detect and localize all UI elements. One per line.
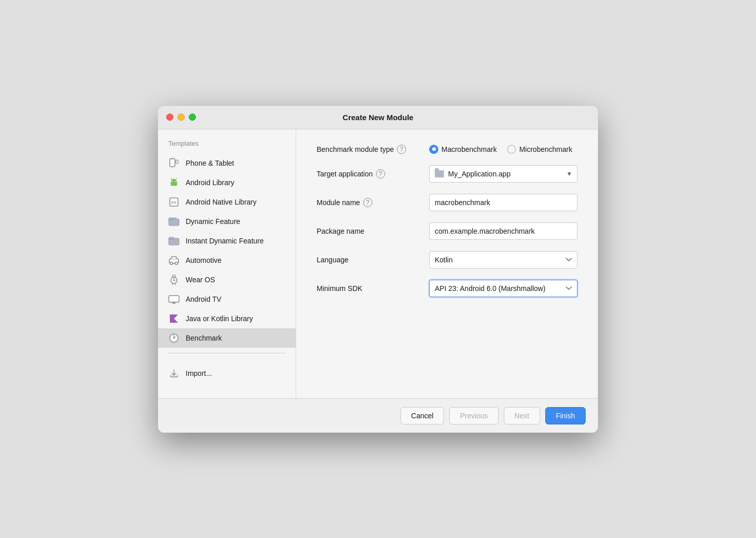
min-sdk-select[interactable]: API 21: Android 5.0 (Lollipop) API 22: A…	[429, 280, 577, 297]
macrobenchmark-radio-option[interactable]: Macrobenchmark	[429, 145, 497, 154]
instant-dynamic-feature-label: Instant Dynamic Feature	[186, 237, 264, 245]
android-library-label: Android Library	[186, 178, 234, 187]
wear-os-icon	[168, 274, 180, 285]
svg-rect-2	[176, 160, 178, 164]
package-name-input[interactable]	[429, 222, 577, 240]
svg-rect-14	[169, 237, 174, 239]
language-select[interactable]: Kotlin Java	[429, 251, 577, 268]
svg-rect-21	[172, 283, 175, 285]
macrobenchmark-radio-label: Macrobenchmark	[441, 145, 497, 153]
svg-rect-20	[172, 275, 175, 277]
benchmark-label: Benchmark	[186, 334, 222, 342]
svg-rect-4	[171, 182, 177, 186]
package-name-label: Package name	[317, 227, 419, 235]
automotive-icon	[168, 255, 180, 266]
sidebar-item-instant-dynamic-feature[interactable]: Instant Dynamic Feature	[158, 231, 296, 251]
dynamic-feature-label: Dynamic Feature	[186, 217, 240, 226]
import-label: Import...	[186, 369, 212, 377]
dialog-body: Templates Phone & Tablet	[158, 129, 598, 398]
benchmark-icon	[168, 332, 180, 344]
svg-marker-29	[170, 315, 178, 323]
sidebar-divider	[168, 353, 285, 353]
package-name-row: Package name	[317, 222, 577, 240]
android-library-icon	[168, 177, 180, 188]
close-window-button[interactable]	[166, 114, 173, 121]
android-native-library-icon: ≡≡	[168, 196, 180, 208]
sidebar-item-android-native-library[interactable]: ≡≡ Android Native Library	[158, 192, 296, 212]
target-application-value: My_Application.app	[448, 170, 510, 178]
sidebar-item-benchmark[interactable]: Benchmark	[158, 328, 296, 348]
benchmark-module-type-label: Benchmark module type ?	[317, 145, 419, 154]
kotlin-library-label: Java or Kotlin Library	[186, 315, 253, 323]
sidebar-item-android-tv[interactable]: Android TV	[158, 289, 296, 309]
microbenchmark-radio-label: Microbenchmark	[519, 145, 572, 153]
svg-rect-1	[172, 159, 173, 160]
android-native-library-label: Android Native Library	[186, 198, 257, 206]
android-tv-icon	[168, 294, 180, 305]
form-content: Benchmark module type ? Macrobenchmark M…	[296, 129, 598, 398]
phone-tablet-icon	[168, 158, 180, 169]
dialog-title: Create New Module	[343, 113, 413, 122]
sidebar-bottom: Import...	[158, 358, 296, 388]
benchmark-module-type-help[interactable]: ?	[397, 145, 406, 154]
dialog-footer: Cancel Previous Next Finish	[158, 398, 598, 433]
microbenchmark-radio-circle	[507, 145, 516, 154]
finish-button[interactable]: Finish	[545, 407, 586, 424]
module-name-help[interactable]: ?	[363, 198, 372, 207]
wear-os-label: Wear OS	[186, 276, 215, 284]
create-new-module-dialog: Create New Module Templates Phone & Tabl…	[158, 106, 598, 433]
svg-text:≡≡: ≡≡	[171, 200, 176, 205]
sidebar-item-java-kotlin-library[interactable]: Java or Kotlin Library	[158, 309, 296, 328]
target-application-label: Target application ?	[317, 169, 419, 178]
instant-dynamic-feature-icon	[168, 235, 180, 246]
sidebar-item-android-library[interactable]: Android Library	[158, 173, 296, 192]
svg-point-17	[170, 262, 173, 264]
sidebar-items-list: Phone & Tablet Android Library	[158, 153, 296, 348]
import-icon	[168, 368, 180, 379]
sidebar-item-wear-os[interactable]: Wear OS	[158, 270, 296, 289]
benchmark-type-radio-group: Macrobenchmark Microbenchmark	[429, 145, 572, 154]
window-controls	[166, 114, 196, 121]
svg-line-6	[176, 178, 177, 179]
min-sdk-label: Minimum SDK	[317, 284, 419, 293]
min-sdk-row: Minimum SDK API 21: Android 5.0 (Lollipo…	[317, 280, 577, 297]
svg-line-5	[171, 178, 172, 179]
sidebar-item-dynamic-feature[interactable]: Dynamic Feature	[158, 212, 296, 231]
automotive-label: Automotive	[186, 256, 221, 264]
microbenchmark-radio-option[interactable]: Microbenchmark	[507, 145, 572, 154]
minimize-window-button[interactable]	[177, 114, 185, 121]
target-application-help[interactable]: ?	[376, 169, 385, 178]
target-app-folder-icon	[435, 170, 444, 177]
phone-tablet-label: Phone & Tablet	[186, 159, 234, 167]
svg-point-8	[175, 181, 176, 182]
sidebar: Templates Phone & Tablet	[158, 129, 296, 398]
kotlin-library-icon	[168, 313, 180, 324]
svg-point-31	[173, 337, 175, 339]
maximize-window-button[interactable]	[189, 114, 196, 121]
target-application-select[interactable]: My_Application.app	[429, 165, 577, 183]
target-application-row: Target application ? My_Application.app …	[317, 165, 577, 183]
cancel-button[interactable]: Cancel	[401, 407, 444, 424]
language-row: Language Kotlin Java	[317, 251, 577, 268]
module-name-input[interactable]	[429, 194, 577, 211]
benchmark-module-type-row: Benchmark module type ? Macrobenchmark M…	[317, 145, 577, 154]
dynamic-feature-icon	[168, 216, 180, 227]
sidebar-item-phone-tablet[interactable]: Phone & Tablet	[158, 153, 296, 173]
next-button[interactable]: Next	[504, 407, 540, 424]
title-bar: Create New Module	[158, 106, 598, 129]
module-name-label: Module name ?	[317, 198, 419, 207]
sidebar-item-automotive[interactable]: Automotive	[158, 251, 296, 270]
previous-button[interactable]: Previous	[449, 407, 498, 424]
android-tv-label: Android TV	[186, 295, 221, 303]
svg-rect-12	[169, 218, 174, 220]
language-label: Language	[317, 256, 419, 264]
svg-point-7	[172, 181, 173, 182]
sidebar-title: Templates	[158, 140, 296, 153]
svg-point-18	[175, 262, 178, 264]
sidebar-item-import[interactable]: Import...	[158, 364, 296, 383]
macrobenchmark-radio-circle	[429, 145, 438, 154]
target-application-select-wrapper: My_Application.app ▼	[429, 165, 577, 183]
svg-rect-25	[169, 296, 179, 302]
module-name-row: Module name ?	[317, 194, 577, 211]
